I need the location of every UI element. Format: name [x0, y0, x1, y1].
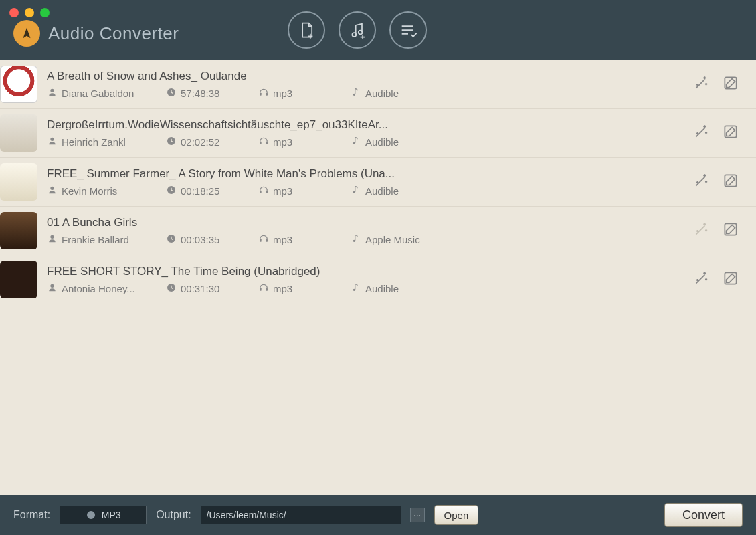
effects-button[interactable] [690, 122, 712, 144]
edit-icon [722, 74, 739, 94]
format-label: Format: [13, 509, 50, 521]
track-duration: 00:03:35 [181, 234, 219, 245]
footer-bar: Format: MP3 Output: /Users/leem/Music/ ·… [0, 495, 756, 535]
track-meta: Heinrich Zankl02:02:52mp3Audible [47, 136, 690, 148]
track-title: 01 A Buncha Girls [47, 216, 690, 229]
svg-rect-4 [266, 92, 268, 95]
track-source: Audible [365, 185, 399, 197]
app-logo-icon [13, 20, 40, 47]
track-actions [690, 269, 741, 290]
person-icon [47, 282, 58, 295]
svg-rect-13 [260, 190, 262, 193]
clock-icon [166, 233, 177, 246]
svg-rect-18 [260, 239, 262, 241]
svg-rect-14 [266, 190, 268, 193]
track-source: Audible [365, 136, 399, 148]
format-icon [86, 510, 96, 520]
track-format: mp3 [273, 88, 292, 99]
effects-button[interactable] [690, 74, 712, 95]
track-row[interactable]: FREE SHORT STORY_ The Time Being (Unabri… [0, 255, 756, 304]
edit-button[interactable] [720, 122, 741, 144]
headphones-icon [258, 136, 269, 148]
svg-rect-3 [260, 92, 262, 95]
track-row[interactable]: A Breath of Snow and Ashes_ OutlandeDian… [0, 60, 756, 109]
clock-icon [166, 136, 177, 148]
list-check-icon [399, 21, 417, 39]
window-maximize-button[interactable] [40, 8, 50, 17]
track-info: A Breath of Snow and Ashes_ OutlandeDian… [47, 70, 690, 100]
format-selector[interactable]: MP3 [60, 506, 147, 524]
app-logo: Audio Converter [13, 20, 179, 47]
track-artist: Antonia Honey... [62, 283, 135, 294]
music-note-icon [351, 185, 361, 197]
add-music-button[interactable] [339, 11, 376, 49]
edit-button[interactable] [720, 74, 741, 95]
svg-point-5 [353, 93, 355, 95]
track-thumbnail [0, 114, 37, 152]
magic-wand-icon [692, 221, 710, 241]
list-check-button[interactable] [389, 11, 427, 49]
add-file-button[interactable] [288, 11, 325, 49]
clock-icon [166, 185, 177, 197]
track-thumbnail [0, 212, 37, 249]
track-actions [690, 171, 741, 193]
svg-point-25 [353, 288, 355, 290]
track-source: Audible [365, 283, 399, 294]
track-thumbnail [0, 163, 37, 201]
track-actions [690, 122, 741, 144]
track-artist: Diana Gabaldon [62, 88, 134, 99]
window-minimize-button[interactable] [25, 8, 34, 17]
track-format: mp3 [273, 185, 292, 197]
clock-icon [166, 87, 177, 100]
track-format: mp3 [273, 234, 292, 245]
effects-button[interactable] [690, 171, 712, 193]
svg-point-15 [353, 191, 355, 193]
edit-button[interactable] [720, 171, 741, 193]
window-close-button[interactable] [9, 8, 19, 17]
track-row[interactable]: FREE_ Summer Farmer_ A Story from White … [0, 158, 756, 207]
track-title: FREE_ Summer Farmer_ A Story from White … [47, 167, 690, 181]
open-button[interactable]: Open [434, 505, 479, 525]
effects-button[interactable] [690, 269, 712, 290]
person-icon [47, 136, 58, 148]
magic-wand-icon [692, 74, 710, 94]
person-icon [47, 87, 58, 100]
format-value: MP3 [102, 510, 121, 520]
file-add-icon [297, 21, 316, 39]
convert-button[interactable]: Convert [664, 503, 743, 527]
magic-wand-icon [692, 172, 710, 192]
edit-button[interactable] [720, 220, 741, 241]
music-note-icon [351, 87, 361, 100]
track-format: mp3 [273, 136, 292, 148]
person-icon [47, 233, 58, 246]
track-duration: 02:02:52 [181, 136, 219, 148]
track-row[interactable]: 01 A Buncha GirlsFrankie Ballard00:03:35… [0, 207, 756, 255]
svg-rect-8 [260, 141, 262, 144]
svg-point-20 [353, 239, 355, 241]
output-path-field[interactable]: /Users/leem/Music/ [201, 506, 401, 524]
edit-button[interactable] [720, 269, 741, 290]
track-info: FREE_ Summer Farmer_ A Story from White … [47, 167, 690, 197]
output-browse-button[interactable]: ··· [410, 508, 425, 522]
headphones-icon [258, 233, 269, 246]
output-label: Output: [156, 509, 191, 521]
svg-rect-9 [266, 141, 268, 144]
music-note-icon [351, 282, 361, 295]
effects-button[interactable] [690, 220, 712, 241]
track-format: mp3 [273, 283, 292, 294]
music-note-icon [351, 233, 361, 246]
track-source: Apple Music [365, 234, 420, 245]
track-duration: 00:31:30 [181, 283, 219, 294]
track-meta: Antonia Honey...00:31:30mp3Audible [47, 282, 690, 295]
headphones-icon [258, 87, 269, 100]
track-info: 01 A Buncha GirlsFrankie Ballard00:03:35… [47, 216, 690, 246]
window-controls [9, 8, 50, 17]
track-list: A Breath of Snow and Ashes_ OutlandeDian… [0, 60, 756, 495]
app-title: Audio Converter [48, 23, 179, 44]
music-add-icon [348, 21, 367, 39]
svg-point-27 [87, 511, 95, 519]
headphones-icon [258, 185, 269, 197]
track-row[interactable]: DergroßeIrrtum.WodieWissenschaftsichtäus… [0, 109, 756, 158]
track-duration: 00:18:25 [181, 185, 219, 197]
track-thumbnail [0, 261, 37, 298]
